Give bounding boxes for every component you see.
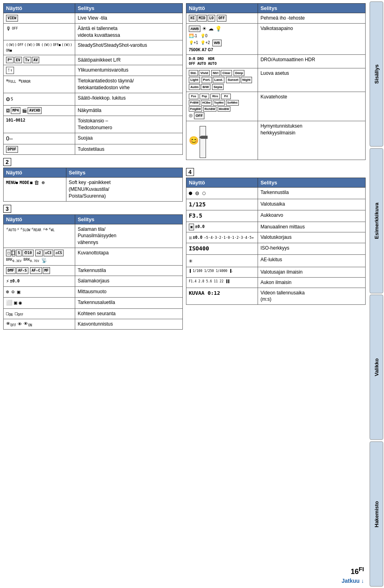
section4-col2-header: Selitys (258, 178, 366, 188)
table-row: Std. Vivid Ntrl Clear Deep Light Port. L… (186, 68, 366, 92)
section2-col1-header: Näyttö (4, 168, 66, 178)
page-wrapper: Näyttö Selitys VIEW (0, 0, 384, 588)
cell-desc: Säätö-/kiekkop. lukitus (75, 93, 183, 105)
softkey-icon: MENU● MODE■ 🗑 ⊕ (6, 179, 64, 186)
table-row: ((W))OFF ((W))ON ((W))OFF■ ((W))ON■ Stea… (4, 40, 183, 55)
steadyshot-icon: ((W))OFF ((W))ON ((W))OFF■ ((W))ON■ (6, 42, 72, 53)
cell-display: 😊 (186, 121, 258, 160)
table-row: 1/125 Valotusaika (186, 199, 366, 210)
manual-meter-icon: ▣ ±0.0 (189, 224, 255, 230)
table-row: □ ⃞ S ⏱10 ♻2 ♻C3 ♻C5 BRK0.3EV BRK0.7EV (4, 248, 183, 265)
cell-display: O― (4, 133, 75, 144)
cell-display: ✳ (186, 254, 258, 267)
cell-desc: Salaman tila/Punasilmäisyydenvähennys (75, 224, 183, 248)
table-row: ☒ ±0.0 –5·4·3·2·1·0·1·2·3·4·5+ Valotusko… (186, 232, 366, 243)
aperture-display: F3.5 (189, 212, 255, 220)
cell-display: ISO400 (186, 243, 258, 254)
dial-lock-icon: ⚙S (6, 95, 72, 104)
sidebar-tab-hakemisto[interactable]: Hakemisto (370, 442, 383, 587)
metering-icon: ⊕ ⊙ ▣ (6, 288, 72, 296)
cell-display: ⚙S (4, 93, 75, 105)
cell-display: Pos Pop Rtro Prt PrtBW HCBw (186, 92, 258, 121)
cell-desc: Kuvanottotapa (75, 248, 183, 265)
flash-comp-icon: ⚡ ±0.0 (6, 278, 72, 285)
right-sidebar: Sisällys Esimerkkikuva Valikko Hakemisto (369, 0, 384, 588)
table-row: O― Suojaa (4, 133, 183, 144)
table-row: KUVAA 0:12 Videon tallennusaika(m:s) (186, 288, 366, 305)
cell-desc: AE-lukitus (258, 254, 366, 267)
page-number: 16FI (351, 566, 364, 576)
cell-desc: Videon tallennusaika(m:s) (258, 288, 366, 305)
cell-desc: Kuvatehoste (258, 92, 366, 121)
table-row: !↑ Ylikuumentumisvaroitus (4, 65, 183, 76)
table-row: HI MID LO OFF Pehmeä iho -tehoste (186, 13, 366, 24)
section3: 3 Näyttö Selitys (3, 205, 183, 330)
cell-display: ⬜ ▣ ◉ (4, 298, 75, 308)
cell-desc: Kohteen seuranta (75, 308, 183, 319)
section4-table: Näyttö Selitys ● ◎ ◌ (186, 178, 366, 305)
cell-display: 🖼MP4 🎬AVCHD (4, 106, 75, 116)
cell-display: DMF AF-S AF-C MF (4, 266, 75, 276)
cell-display: MENU● MODE■ 🗑 ⊕ (4, 178, 66, 201)
section3-col2-header: Selitys (75, 214, 183, 224)
table-row: F3.5 Aukkoarvo (186, 210, 366, 222)
cell-display: 101-0012 (4, 116, 75, 133)
tracking-icon: □ON □OFF (6, 310, 72, 317)
focus-area-icon: ⬜ ▣ ◉ (6, 299, 72, 306)
cell-display: !↑ (4, 65, 75, 76)
rec-time-display: KUVAA 0:12 (189, 290, 255, 297)
table-row: MENU● MODE■ 🗑 ⊕ Soft key -painikkeet(MEN… (4, 178, 183, 201)
jatkuu-link[interactable]: Jatkuu ↓ (342, 578, 364, 584)
section4: 4 Näyttö Selitys (186, 168, 366, 330)
cell-desc: Tarkennustila (75, 266, 183, 276)
cell-display: ▐ 1/100 1/250 1/4000 ▐. (186, 267, 258, 277)
cell-display: ▣ ±0.0 (186, 222, 258, 232)
table-row: ⚡ ±0.0 Salamakorjaus (4, 276, 183, 287)
cell-desc: Live View -tila (75, 13, 183, 24)
slider-handle (199, 136, 208, 139)
table-row: F1.4 2.8 5.6 11 22 ▐▐ Aukon ilmaisin (186, 277, 366, 288)
table-row: ⚙S Säätö-/kiekkop. lukitus (4, 93, 183, 105)
cell-desc: Luova asetus (258, 68, 366, 92)
table-row: D:ROFF DROAUTO HDRAUTO DRO/Automaattinen… (186, 54, 366, 68)
table-row: 😊 Hymyntunnistuksenherkkyysilmaisi (186, 121, 366, 160)
table-row: AWB ☀ ☁ 💡 🌅-1 💡0 (186, 23, 366, 54)
cell-display: ≡FULL ≡ERROR (4, 76, 75, 93)
cell-desc: Hymyntunnistuksenherkkyysilmaisin (258, 121, 366, 160)
cell-desc: Aukon ilmaisin (258, 277, 366, 288)
section2-table: Näyttö Selitys MENU● MODE■ 🗑 (3, 168, 183, 201)
page-superscript: FI (359, 566, 364, 572)
cell-display: 1/125 (186, 199, 258, 210)
smile-slider (200, 126, 206, 158)
section3-col1-header: Näyttö (4, 214, 75, 224)
shutter-speed-display: 1/125 (189, 201, 255, 209)
folder-icon: 101-0012 (6, 118, 72, 123)
section2-number: 2 (3, 158, 11, 166)
cell-desc: Tarkennusaluetila (75, 298, 183, 308)
cell-display: D:ROFF DROAUTO HDRAUTO (186, 54, 258, 68)
table-row: DMF AF-S AF-C MF Tarkennustila (4, 266, 183, 276)
table-row: □ON □OFF Kohteen seuranta (4, 308, 183, 319)
left-column: Näyttö Selitys VIEW (3, 3, 183, 330)
sidebar-tab-esimerkkikuva[interactable]: Esimerkkikuva (370, 148, 383, 294)
table-row: VIEW Live View -tila (4, 13, 183, 24)
cell-desc: Säätöpainikkeet L/R (75, 55, 183, 65)
cell-desc: Suojaa (75, 133, 183, 144)
picture-profile-icon: Std. Vivid Ntrl Clear Deep Light Port. L… (189, 70, 255, 90)
upper-section: Näyttö Selitys VIEW (3, 3, 366, 330)
picture-effect-icon: Pos Pop Rtro Prt PrtBW HCBw (189, 94, 255, 119)
sidebar-tab-valikko[interactable]: Valikko (370, 295, 383, 440)
cell-desc: Valkotasapaino (258, 23, 366, 54)
sidebar-tab-sisallys[interactable]: Sisällys (370, 2, 383, 147)
cell-desc: SteadyShot/SteadyShot-varoitus (75, 40, 183, 55)
mic-off-icon: 🎙OFF (6, 25, 72, 32)
dpof-icon: DPOF (6, 146, 72, 153)
section2: 2 Näyttö Selitys (3, 158, 183, 201)
drive-mode-icon: □ ⃞ S ⏱10 ♻2 ♻C3 ♻C5 BRK0.3EV BRK0.7EV (6, 250, 72, 264)
slider-track (200, 126, 206, 158)
cell-display: AWB ☀ ☁ 💡 🌅-1 💡0 (186, 23, 258, 54)
skin-effect-icon: HI MID LO OFF (189, 15, 255, 22)
table-row: 101-0012 Toistokansio –Tiedostonumero (4, 116, 183, 133)
table-row: ⬜ ▣ ◉ Tarkennusaluetila (4, 298, 183, 308)
section3-number: 3 (3, 205, 11, 213)
